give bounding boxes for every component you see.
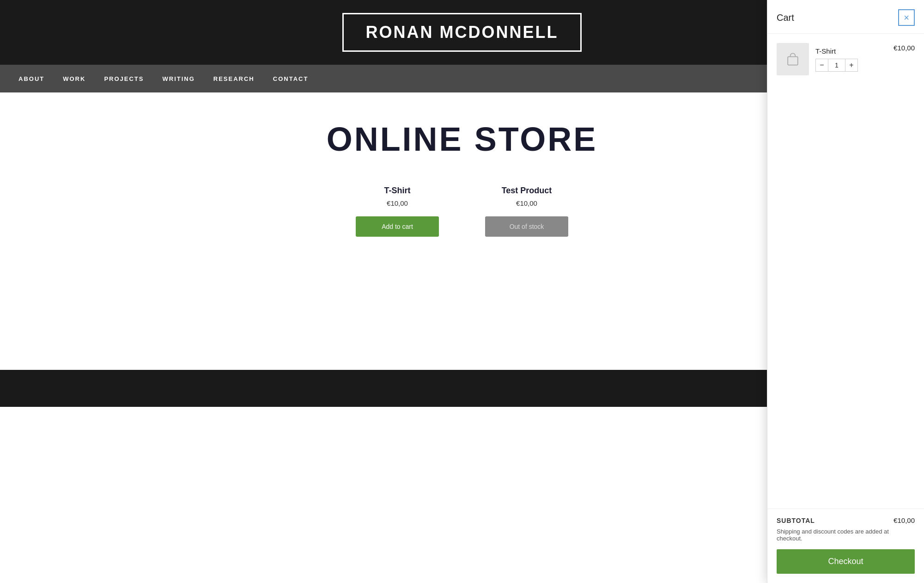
cart-item-details: T-Shirt − 1 + [815,47,887,72]
nav-item-about[interactable]: ABOUT [18,75,63,82]
logo-text: RONAN MCDONNELL [366,23,559,42]
cart-close-button[interactable]: × [898,9,915,26]
cart-header: Cart × [767,0,924,34]
product-price-tshirt: €10,00 [387,199,408,207]
nav-item-writing[interactable]: WRITING [162,75,213,82]
product-card-test: Test Product €10,00 Out of stock [480,186,573,237]
cart-item-qty-control: − 1 + [815,59,887,72]
nav-item-projects[interactable]: PROJECTS [104,75,162,82]
cart-item-price: €10,00 [894,43,915,52]
cart-item-name: T-Shirt [815,47,887,55]
qty-display: 1 [828,59,845,72]
svg-rect-0 [788,57,798,65]
cart-title: Cart [777,12,794,23]
product-name-tshirt: T-Shirt [384,186,411,196]
product-name-test: Test Product [502,186,552,196]
cart-panel: Cart × T-Shirt − 1 + €10,00 SUB [767,0,924,407]
nav-item-contact[interactable]: CONTACT [273,75,327,82]
nav-item-work[interactable]: WORK [63,75,104,82]
out-of-stock-button-test: Out of stock [485,216,568,237]
products-grid: T-Shirt €10,00 Add to cart Test Product … [254,186,670,237]
product-price-test: €10,00 [516,199,537,207]
product-card-tshirt: T-Shirt €10,00 Add to cart [351,186,444,237]
add-to-cart-button-tshirt[interactable]: Add to cart [356,216,439,237]
cart-item: T-Shirt − 1 + €10,00 [777,43,915,75]
cart-items-container: T-Shirt − 1 + €10,00 [767,34,924,407]
qty-increase-button[interactable]: + [845,59,858,72]
bag-icon [784,51,801,68]
logo-box: RONAN MCDONNELL [342,13,582,52]
qty-decrease-button[interactable]: − [815,59,828,72]
cart-item-image [777,43,809,75]
nav-item-research[interactable]: RESEARCH [213,75,273,82]
